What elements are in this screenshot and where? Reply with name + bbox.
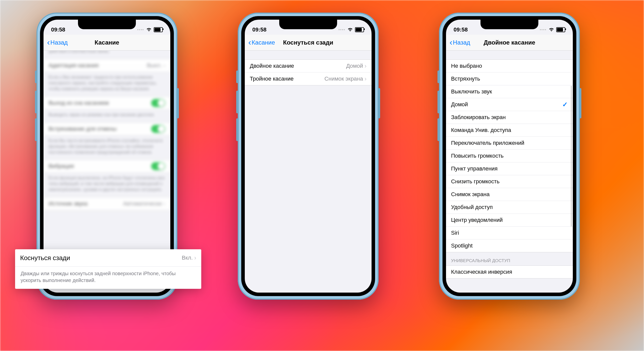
row-value: Снимок экрана xyxy=(325,76,363,82)
option-label: Команда Унив. доступа xyxy=(451,127,511,133)
option-label: Выключить звук xyxy=(451,88,492,95)
mute-switch xyxy=(437,71,439,83)
cellular-icon: •••• xyxy=(137,28,144,32)
blurred-row: Выход из сна касанием xyxy=(44,97,170,109)
section-header: УНИВЕРСАЛЬНЫЙ ДОСТУП xyxy=(446,252,573,265)
status-time: 09:58 xyxy=(454,26,468,33)
option-row[interactable]: Переключатель приложений xyxy=(446,137,573,150)
chevron-right-icon: › xyxy=(194,254,196,261)
wifi-icon xyxy=(146,28,152,32)
checkmark-icon: ✓ xyxy=(562,101,568,109)
back-button[interactable]: ‹ Назад xyxy=(446,39,470,46)
option-row[interactable]: Снизить громкость xyxy=(446,175,573,188)
chevron-right-icon: › xyxy=(365,75,367,82)
option-row[interactable]: Команда Унив. доступа xyxy=(446,124,573,137)
option-label: Домой xyxy=(451,101,468,108)
cellular-icon: •••• xyxy=(540,28,547,32)
side-button xyxy=(579,88,581,118)
phone-frame-2: 09:58 •••• ‹ Касание Коснуться сзади Дво… xyxy=(238,13,379,300)
notch xyxy=(480,20,538,29)
side-button xyxy=(378,88,380,118)
callout-back-tap: Коснуться сзади Вкл. › Дважды или трижды… xyxy=(15,249,201,289)
option-row[interactable]: Siri xyxy=(446,227,573,239)
notch xyxy=(279,20,337,29)
back-button[interactable]: ‹ Назад xyxy=(44,39,68,46)
option-row[interactable]: Домой✓ xyxy=(446,98,573,111)
side-button xyxy=(177,88,179,118)
back-tap-description: Дважды или трижды коснуться задней повер… xyxy=(15,267,201,289)
option-row[interactable]: Не выбрано xyxy=(446,60,573,73)
battery-icon xyxy=(355,27,364,32)
scroll-indicator[interactable] xyxy=(571,86,572,227)
back-tap-value: Вкл. xyxy=(182,255,193,261)
option-row[interactable]: Выключить звук xyxy=(446,85,573,98)
toggle-on-icon xyxy=(151,162,165,170)
option-label: Снизить громкость xyxy=(451,178,500,185)
chevron-right-icon: › xyxy=(365,62,367,69)
blurred-row: Адаптация касания Выкл.› xyxy=(44,59,170,72)
option-row[interactable]: Снимок экрана xyxy=(446,188,573,201)
option-row[interactable]: Классическая инверсия xyxy=(446,266,573,278)
option-label: Снимок экрана xyxy=(451,191,490,198)
row-label: Двойное касание xyxy=(250,63,294,69)
volume-up xyxy=(35,91,37,113)
back-tap-label: Коснуться сзади xyxy=(20,254,70,262)
blurred-note: Если Вы часто встряхиваете iPhone случай… xyxy=(44,135,170,160)
row-label: Тройное касание xyxy=(250,76,294,82)
option-label: Пункт управления xyxy=(451,165,498,172)
back-label: Назад xyxy=(453,39,470,46)
mute-switch xyxy=(236,71,238,83)
blurred-row: Встряхивание для отмены xyxy=(44,123,170,135)
option-label: Центр уведомлений xyxy=(451,217,503,223)
status-time: 09:58 xyxy=(51,26,65,33)
back-button[interactable]: ‹ Касание xyxy=(245,39,275,46)
mute-switch xyxy=(35,71,37,83)
option-label: Не выбрано xyxy=(451,63,482,69)
volume-down xyxy=(437,118,439,141)
toggle-on-icon xyxy=(151,125,165,133)
row-value: Домой xyxy=(346,63,363,69)
cellular-icon: •••• xyxy=(338,28,345,32)
option-row[interactable]: Центр уведомлений xyxy=(446,214,573,227)
option-label: Повысить громкость xyxy=(451,153,504,159)
blurred-row: Источник звука Автоматически› xyxy=(44,197,170,210)
blurred-note: Если функция выключена, на iPhone будут … xyxy=(44,173,170,197)
blurred-note: Если у Вас возникают трудности при испол… xyxy=(44,72,170,96)
option-row[interactable]: Повысить громкость xyxy=(446,150,573,162)
battery-icon xyxy=(556,27,565,32)
notch xyxy=(78,20,136,29)
volume-down xyxy=(35,118,37,141)
triple-tap-row[interactable]: Тройное касание Снимок экрана › xyxy=(245,73,372,85)
option-label: Встряхнуть xyxy=(451,76,480,82)
option-row[interactable]: Spotlight xyxy=(446,239,573,252)
volume-down xyxy=(236,118,238,141)
option-label: Spotlight xyxy=(451,242,473,249)
double-tap-row[interactable]: Двойное касание Домой › xyxy=(245,60,372,73)
option-label: Удобный доступ xyxy=(451,204,493,210)
status-time: 09:58 xyxy=(252,26,266,33)
option-row[interactable]: Удобный доступ xyxy=(446,201,573,214)
back-label: Касание xyxy=(252,39,275,46)
option-row[interactable]: Заблокировать экран xyxy=(446,111,573,124)
volume-up xyxy=(437,91,439,113)
toggle-on-icon xyxy=(151,99,165,107)
option-label: Siri xyxy=(451,230,459,236)
wifi-icon xyxy=(347,28,353,32)
volume-up xyxy=(236,91,238,113)
back-label: Назад xyxy=(50,39,68,46)
option-row[interactable]: Пункт управления xyxy=(446,162,573,175)
option-label: Переключатель приложений xyxy=(451,140,524,146)
blurred-note: Выводить экран из режима сна при касании… xyxy=(44,110,170,122)
blurred-note: чтобы отображать предварительный просмот… xyxy=(44,50,170,59)
battery-icon xyxy=(154,27,163,32)
option-label: Заблокировать экран xyxy=(451,114,506,121)
blurred-row: Вибрация xyxy=(44,160,170,172)
option-label: Классическая инверсия xyxy=(451,269,512,275)
wifi-icon xyxy=(549,28,554,32)
phone-frame-3: 09:58 •••• ‹ Назад Двойное касание Не вы… xyxy=(439,13,580,300)
back-tap-row[interactable]: Коснуться сзади Вкл. › xyxy=(15,249,201,267)
option-row[interactable]: Встряхнуть xyxy=(446,73,573,85)
